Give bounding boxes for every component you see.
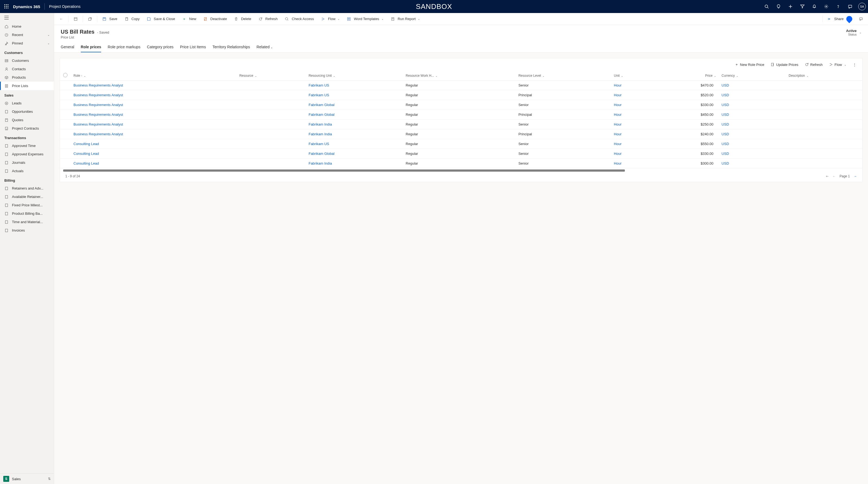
row-select[interactable] [60,120,71,129]
sidebar-item-approved-time[interactable]: Approved Time [0,142,54,150]
tab-general[interactable]: General [61,43,74,52]
column-header-resourcing-unit[interactable]: Resourcing Unit ⌄ [306,71,403,81]
cell-unit[interactable]: Hour [611,100,656,110]
table-row[interactable]: Business Requirements AnalystFabrikam In… [60,129,862,139]
tab-price-list-items[interactable]: Price List Items [180,43,206,52]
refresh-button[interactable]: Refresh [254,13,281,25]
cell-unit[interactable]: Hour [611,81,656,90]
cell-resourcing-unit[interactable]: Fabrikam India [306,120,403,129]
gear-icon[interactable] [821,0,832,13]
area-switcher[interactable]: S Sales ⇅ [0,474,54,484]
row-select[interactable] [60,159,71,169]
sidebar-item-products[interactable]: Products [0,73,54,82]
lightbulb-icon[interactable] [773,0,784,13]
help-icon[interactable] [833,0,844,13]
row-select[interactable] [60,129,71,139]
assistant-icon[interactable] [845,0,856,13]
table-row[interactable]: Business Requirements AnalystFabrikam US… [60,90,862,100]
tab-role-price-markups[interactable]: Role price markups [107,43,141,52]
row-select[interactable] [60,139,71,149]
cell-resourcing-unit[interactable]: Fabrikam India [306,129,403,139]
app-launcher-icon[interactable] [2,2,11,11]
table-row[interactable]: Consulting LeadFabrikam IndiaRegularSeni… [60,159,862,169]
update-prices-button[interactable]: Update Prices [768,61,801,68]
cell-role[interactable]: Business Requirements Analyst [71,120,237,129]
sidebar-item-invoices[interactable]: Invoices [0,226,54,235]
cell-currency[interactable]: USD [719,129,786,139]
cell-role[interactable]: Business Requirements Analyst [71,129,237,139]
cell-role[interactable]: Business Requirements Analyst [71,90,237,100]
cell-unit[interactable]: Hour [611,159,656,169]
cell-currency[interactable]: USD [719,90,786,100]
column-header-description[interactable]: Description ⌄ [786,71,862,81]
table-row[interactable]: Consulting LeadFabrikam GlobalRegularSen… [60,149,862,159]
user-avatar[interactable]: SA [858,3,866,10]
cell-resourcing-unit[interactable]: Fabrikam Global [306,100,403,110]
subgrid-refresh-button[interactable]: Refresh [802,61,826,68]
add-icon[interactable] [785,0,796,13]
column-header-role[interactable]: Role ↑ ⌄ [71,71,237,81]
cell-currency[interactable]: USD [719,149,786,159]
sidebar-item-journals[interactable]: Journals [0,158,54,167]
cell-resourcing-unit[interactable]: Fabrikam US [306,90,403,100]
cell-resourcing-unit[interactable]: Fabrikam US [306,139,403,149]
column-header-resource-level[interactable]: Resource Level ⌄ [516,71,611,81]
bell-icon[interactable] [809,0,820,13]
prev-page-icon[interactable]: ← [833,174,836,178]
row-select[interactable] [60,149,71,159]
cell-unit[interactable]: Hour [611,110,656,120]
cell-role[interactable]: Business Requirements Analyst [71,110,237,120]
save-close-button[interactable]: Save & Close [143,13,178,25]
row-select[interactable] [60,100,71,110]
sidebar-item-retainers-and-adv-[interactable]: Retainers and Adv... [0,184,54,192]
table-row[interactable]: Business Requirements AnalystFabrikam US… [60,81,862,90]
assistant-pane-button[interactable] [855,13,867,25]
column-header-currency[interactable]: Currency ⌄ [719,71,786,81]
cell-currency[interactable]: USD [719,159,786,169]
cell-currency[interactable]: USD [719,139,786,149]
cell-currency[interactable]: USD [719,120,786,129]
cell-unit[interactable]: Hour [611,149,656,159]
cell-resourcing-unit[interactable]: Fabrikam India [306,159,403,169]
new-button[interactable]: ＋New [178,13,199,25]
share-button[interactable]: Share [823,13,855,25]
sidebar-item-product-billing-ba-[interactable]: Product Billing Ba... [0,209,54,218]
sidebar-item-opportunities[interactable]: Opportunities [0,108,54,116]
row-select[interactable] [60,81,71,90]
sidebar-item-time-and-material-[interactable]: Time and Material... [0,218,54,226]
sidebar-item-actuals[interactable]: Actuals [0,167,54,175]
sidebar-item-home[interactable]: Home [0,22,54,31]
sidebar-item-customers[interactable]: Customers [0,56,54,65]
record-status[interactable]: Active Status ⌄ [846,29,862,36]
row-select[interactable] [60,110,71,120]
next-page-icon[interactable]: → [854,174,857,178]
check-access-button[interactable]: Check Access [281,13,317,25]
sidebar-item-leads[interactable]: Leads [0,99,54,108]
column-header-resource-work-h-[interactable]: Resource Work H... ⌄ [403,71,516,81]
cell-currency[interactable]: USD [719,100,786,110]
deactivate-button[interactable]: Deactivate [199,13,229,25]
table-row[interactable]: Business Requirements AnalystFabrikam Gl… [60,100,862,110]
row-select[interactable] [60,90,71,100]
sidebar-item-pinned[interactable]: Pinned ⌄ [0,39,54,48]
cell-resourcing-unit[interactable]: Fabrikam Global [306,149,403,159]
sidebar-item-approved-expenses[interactable]: Approved Expenses [0,150,54,158]
sidebar-item-recent[interactable]: Recent ⌄ [0,31,54,39]
save-button[interactable]: Save [98,13,120,25]
column-header-resource[interactable]: Resource ⌄ [237,71,306,81]
copy-button[interactable]: Copy [121,13,142,25]
cell-currency[interactable]: USD [719,81,786,90]
cell-resourcing-unit[interactable]: Fabrikam US [306,81,403,90]
cell-unit[interactable]: Hour [611,90,656,100]
app-name-label[interactable]: Project Operations [49,4,81,9]
search-icon[interactable] [761,0,772,13]
tab-role-prices[interactable]: Role prices [81,43,101,52]
cell-unit[interactable]: Hour [611,129,656,139]
filter-icon[interactable] [797,0,808,13]
cell-resourcing-unit[interactable]: Fabrikam Global [306,110,403,120]
first-page-icon[interactable]: ⇤ [826,174,829,178]
sidebar-item-quotes[interactable]: Quotes [0,116,54,124]
sidebar-item-price-lists[interactable]: Price Lists [0,82,54,90]
column-header-unit[interactable]: Unit ⌄ [611,71,656,81]
cell-role[interactable]: Consulting Lead [71,139,237,149]
